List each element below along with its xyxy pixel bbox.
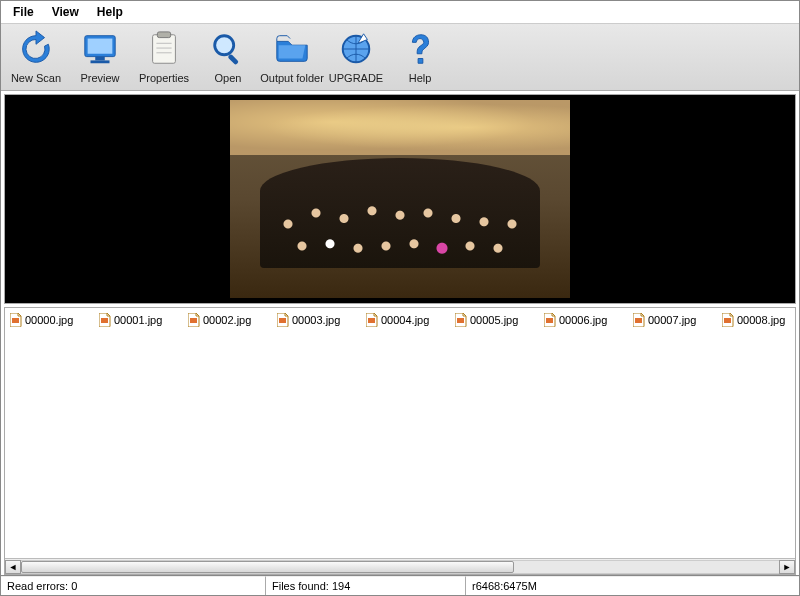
toolbar-label: Properties	[139, 72, 189, 84]
svg-rect-17	[457, 318, 464, 323]
menubar: FileViewHelp	[1, 1, 799, 24]
scroll-thumb[interactable]	[21, 561, 514, 573]
monitor-icon	[81, 30, 119, 68]
file-item[interactable]: 00008.jpg	[720, 311, 795, 328]
toolbar-label: Open	[215, 72, 242, 84]
svg-rect-2	[95, 57, 105, 61]
image-file-icon	[277, 313, 289, 327]
menu-file[interactable]: File	[9, 4, 38, 20]
file-name: 00006.jpg	[559, 314, 607, 326]
file-name: 00002.jpg	[203, 314, 251, 326]
image-file-icon	[99, 313, 111, 327]
properties-button[interactable]: Properties	[135, 30, 193, 84]
image-file-icon	[10, 313, 22, 327]
horizontal-scrollbar[interactable]: ◄ ►	[5, 558, 795, 574]
status-bar: Read errors: 0 Files found: 194 r6468:64…	[1, 575, 799, 595]
file-item[interactable]: 00003.jpg	[275, 311, 364, 328]
question-icon	[401, 30, 439, 68]
scroll-right-button[interactable]: ►	[779, 560, 795, 574]
svg-point-9	[215, 36, 234, 55]
preview-button[interactable]: Preview	[71, 30, 129, 84]
menu-view[interactable]: View	[48, 4, 83, 20]
svg-rect-4	[153, 35, 176, 64]
toolbar-label: New Scan	[11, 72, 61, 84]
toolbar-label: Help	[409, 72, 432, 84]
svg-rect-18	[546, 318, 553, 323]
svg-rect-1	[88, 39, 113, 54]
open-button[interactable]: Open	[199, 30, 257, 84]
file-name: 00004.jpg	[381, 314, 429, 326]
svg-rect-15	[279, 318, 286, 323]
file-item[interactable]: 00007.jpg	[631, 311, 720, 328]
svg-rect-13	[101, 318, 108, 323]
svg-rect-5	[157, 32, 170, 38]
svg-rect-16	[368, 318, 375, 323]
file-name: 00005.jpg	[470, 314, 518, 326]
toolbar-label: UPGRADE	[329, 72, 383, 84]
file-name: 00008.jpg	[737, 314, 785, 326]
globe-icon	[337, 30, 375, 68]
image-file-icon	[633, 313, 645, 327]
file-item[interactable]: 00006.jpg	[542, 311, 631, 328]
svg-rect-19	[635, 318, 642, 323]
magnifier-icon	[209, 30, 247, 68]
new-scan-button[interactable]: New Scan	[7, 30, 65, 84]
file-name: 00000.jpg	[25, 314, 73, 326]
file-item[interactable]: 00001.jpg	[97, 311, 186, 328]
status-range: r6468:6475M	[466, 576, 799, 595]
upgrade-button[interactable]: UPGRADE	[327, 30, 385, 84]
image-file-icon	[544, 313, 556, 327]
file-item[interactable]: 00004.jpg	[364, 311, 453, 328]
file-list: 00000.jpg00001.jpg00002.jpg00003.jpg0000…	[5, 308, 795, 558]
image-file-icon	[366, 313, 378, 327]
status-read-errors: Read errors: 0	[1, 576, 266, 595]
svg-rect-10	[227, 54, 238, 65]
toolbar: New ScanPreviewPropertiesOpenOutput fold…	[1, 24, 799, 91]
file-name: 00001.jpg	[114, 314, 162, 326]
status-files-found: Files found: 194	[266, 576, 466, 595]
svg-rect-20	[724, 318, 731, 323]
image-file-icon	[188, 313, 200, 327]
svg-rect-3	[91, 60, 110, 63]
folder-icon	[273, 30, 311, 68]
image-file-icon	[722, 313, 734, 327]
output-folder-button[interactable]: Output folder	[263, 30, 321, 84]
file-list-container: 00000.jpg00001.jpg00002.jpg00003.jpg0000…	[4, 307, 796, 575]
file-item[interactable]: 00005.jpg	[453, 311, 542, 328]
scroll-track[interactable]	[21, 560, 779, 574]
file-item[interactable]: 00000.jpg	[8, 311, 97, 328]
refresh-icon	[17, 30, 55, 68]
svg-rect-12	[12, 318, 19, 323]
preview-pane	[4, 94, 796, 304]
image-file-icon	[455, 313, 467, 327]
toolbar-label: Preview	[80, 72, 119, 84]
file-name: 00007.jpg	[648, 314, 696, 326]
menu-help[interactable]: Help	[93, 4, 127, 20]
preview-image	[230, 100, 570, 298]
file-item[interactable]: 00002.jpg	[186, 311, 275, 328]
clipboard-icon	[145, 30, 183, 68]
toolbar-label: Output folder	[260, 72, 324, 84]
file-name: 00003.jpg	[292, 314, 340, 326]
svg-rect-14	[190, 318, 197, 323]
scroll-left-button[interactable]: ◄	[5, 560, 21, 574]
help-button[interactable]: Help	[391, 30, 449, 84]
